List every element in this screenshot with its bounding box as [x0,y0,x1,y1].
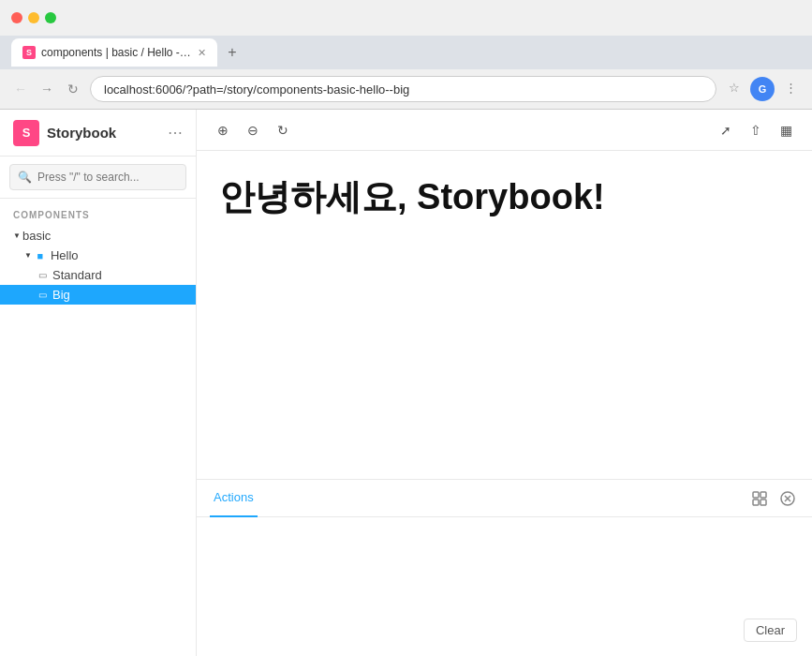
actions-panel-content: Clear [197,517,812,656]
clear-button[interactable]: Clear [744,619,797,642]
svg-rect-3 [760,499,766,505]
address-icons: ☆ G ⋮ [724,77,801,101]
close-panel-button[interactable] [776,487,799,510]
layout-icon: ▦ [780,123,792,138]
svg-rect-0 [753,492,759,498]
basic-label: basic [22,229,51,243]
browser-tab[interactable]: S components | basic / Hello - B... ✕ [11,38,217,67]
tab-close-button[interactable]: ✕ [198,47,206,59]
address-input[interactable] [90,76,716,102]
forward-button[interactable]: → [37,80,56,98]
browser-menu-button[interactable]: ⋮ [780,77,801,97]
zoom-out-button[interactable]: ⊖ [240,117,266,143]
story-icon-big: ▭ [36,289,49,302]
traffic-lights [11,12,56,23]
storybook-logo: S [13,120,39,146]
fullscreen-button[interactable]: ➚ [713,117,739,143]
tab-favicon: S [22,46,36,59]
favicon-letter: S [26,48,32,57]
actions-tab-label: Actions [214,490,254,504]
bottom-panel: Actions [197,479,812,656]
svg-rect-1 [760,492,766,498]
sidebar-header: S Storybook ⋯ [0,110,196,157]
chevron-down-icon-2: ▼ [24,251,32,260]
preview-area: 안녕하세요, Storybook! [197,151,812,479]
profile-button[interactable]: G [750,77,775,101]
sidebar-item-basic[interactable]: ▼ basic [0,226,196,246]
sidebar-item-standard[interactable]: ▭ Standard [0,265,196,285]
search-input[interactable] [37,171,178,184]
sidebar-item-hello[interactable]: ▼ ■ Hello [0,246,196,265]
sidebar: S Storybook ⋯ 🔍 COMPONENTS ▼ basic ▼ ■ [0,110,197,656]
back-icon: ← [14,82,27,97]
layout-button[interactable]: ▦ [773,117,799,143]
toolbar: ⊕ ⊖ ↻ ➚ ⇧ ▦ [197,110,812,151]
hello-label: Hello [51,248,79,262]
share-button[interactable]: ⇧ [743,117,769,143]
refresh-icon: ↻ [67,82,79,97]
search-box: 🔍 [9,164,186,190]
maximize-window-button[interactable] [45,12,56,23]
tab-title: components | basic / Hello - B... [41,46,192,59]
sidebar-menu-button[interactable]: ⋯ [168,124,183,142]
chevron-down-icon: ▼ [13,231,21,240]
expand-icon: ➚ [720,123,731,138]
back-button[interactable]: ← [11,80,30,98]
main-content: ⊕ ⊖ ↻ ➚ ⇧ ▦ 안녕하세요, Storybook! [197,110,812,656]
story-icon-standard: ▭ [36,269,49,282]
bottom-tab-bar: Actions [197,480,812,517]
zoom-in-icon: ⊕ [217,123,229,138]
sidebar-item-big[interactable]: ▭ Big [0,285,196,305]
bookmark-icon[interactable]: ☆ [724,77,745,97]
refresh-button[interactable]: ↻ [64,80,82,98]
big-label: Big [52,288,70,302]
search-container: 🔍 [0,157,196,199]
component-icon: ■ [34,249,47,262]
address-bar: ← → ↻ ☆ G ⋮ [0,69,812,109]
sidebar-title: Storybook [47,125,160,141]
tab-actions[interactable]: Actions [210,480,258,517]
forward-icon: → [40,82,53,97]
zoom-in-button[interactable]: ⊕ [210,117,236,143]
logo-letter: S [22,126,31,140]
share-icon: ⇧ [750,123,761,138]
zoom-out-icon: ⊖ [247,123,258,138]
zoom-reset-icon: ↻ [277,123,288,138]
preview-heading: 안녕하세요, Storybook! [219,173,790,221]
close-circle-icon [780,491,795,506]
components-section-label: COMPONENTS [0,206,196,226]
close-window-button[interactable] [11,12,22,23]
toolbar-right: ➚ ⇧ ▦ [713,117,799,143]
bottom-tab-icons [748,487,799,510]
nav-section: COMPONENTS ▼ basic ▼ ■ Hello ▭ Standard [0,199,196,312]
new-tab-button[interactable]: + [221,41,244,64]
minimize-window-button[interactable] [28,12,39,23]
search-icon: 🔍 [18,171,32,184]
grid-icon[interactable] [748,487,771,510]
svg-rect-2 [753,499,759,505]
browser-chrome: S components | basic / Hello - B... ✕ + … [0,0,812,110]
zoom-reset-button[interactable]: ↻ [270,117,296,143]
tab-bar: S components | basic / Hello - B... ✕ + [0,36,812,69]
title-bar [0,0,812,36]
grid-svg-icon [752,491,767,506]
app-container: S Storybook ⋯ 🔍 COMPONENTS ▼ basic ▼ ■ [0,110,812,656]
standard-label: Standard [52,268,102,282]
